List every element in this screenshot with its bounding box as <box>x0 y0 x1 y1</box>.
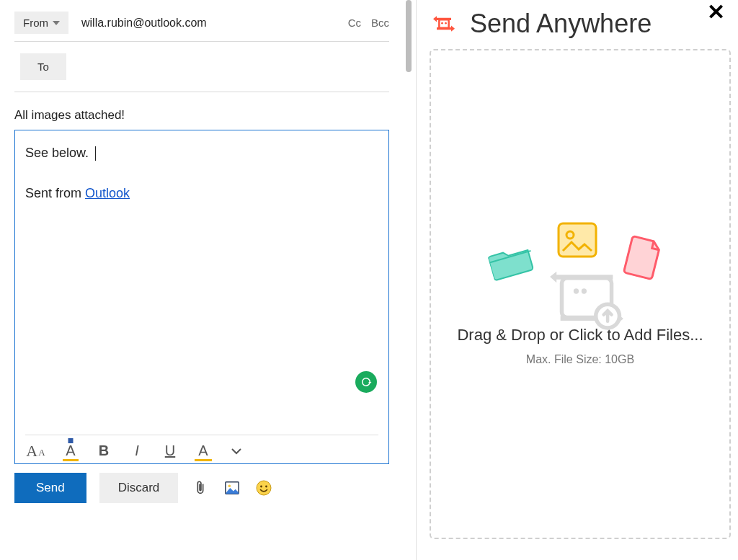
svg-point-1 <box>228 484 231 487</box>
cc-button[interactable]: Cc <box>348 17 361 29</box>
to-button[interactable]: To <box>20 53 66 80</box>
svg-point-3 <box>260 486 262 488</box>
drop-sublabel: Max. File Size: 10GB <box>526 353 634 366</box>
font-color-icon[interactable]: A <box>63 443 79 459</box>
svg-rect-5 <box>439 19 448 28</box>
cc-bcc-group: Cc Bcc <box>348 17 389 29</box>
drop-illustration <box>486 222 674 316</box>
close-icon[interactable]: ✕ <box>707 1 725 23</box>
message-body[interactable]: See below. Sent from Outlook <box>15 130 388 435</box>
underline-icon[interactable]: U <box>162 443 178 459</box>
pane-divider[interactable] <box>404 0 417 560</box>
grammarly-icon[interactable] <box>355 371 377 393</box>
svg-point-12 <box>582 288 587 293</box>
send-anywhere-logo-icon <box>430 9 458 38</box>
svg-point-6 <box>441 22 443 25</box>
from-email: willa.rubin@outlook.com <box>81 17 335 30</box>
font-size-icon[interactable]: AA <box>25 443 45 459</box>
bold-icon[interactable]: B <box>96 443 112 459</box>
send-anywhere-header: Send Anywhere <box>430 9 731 39</box>
document-icon <box>622 234 665 282</box>
bcc-button[interactable]: Bcc <box>371 17 389 29</box>
svg-point-4 <box>265 486 267 488</box>
to-row: To <box>14 42 389 92</box>
folder-icon <box>486 237 537 283</box>
attach-icon[interactable] <box>191 479 210 497</box>
signature-link[interactable]: Outlook <box>85 186 130 200</box>
action-row: Send Discard <box>14 473 389 503</box>
emoji-icon[interactable] <box>254 479 273 497</box>
subject-line[interactable]: All images attached! <box>14 92 389 130</box>
from-row: From willa.rubin@outlook.com Cc Bcc <box>14 6 389 42</box>
format-toolbar: AA A B I U A <box>25 435 378 463</box>
compose-pane: From willa.rubin@outlook.com Cc Bcc To A… <box>0 0 404 560</box>
svg-point-2 <box>257 481 271 495</box>
signature: Sent from Outlook <box>25 184 378 204</box>
send-anywhere-pane: ✕ Send Anywhere <box>417 0 738 560</box>
insert-image-icon[interactable] <box>223 479 241 497</box>
message-editor[interactable]: See below. Sent from Outlook AA A B I U … <box>14 130 389 464</box>
svg-point-11 <box>574 288 579 293</box>
more-formatting-icon[interactable] <box>228 445 244 457</box>
italic-icon[interactable]: I <box>129 443 145 459</box>
send-anywhere-title: Send Anywhere <box>470 9 652 39</box>
drop-zone[interactable]: Drag & Drop or Click to Add Files... Max… <box>430 49 731 539</box>
scroll-thumb[interactable] <box>406 0 412 72</box>
svg-rect-8 <box>559 223 596 257</box>
from-label: From <box>23 17 48 29</box>
from-selector[interactable]: From <box>14 12 68 34</box>
svg-point-7 <box>445 22 447 25</box>
body-text: See below. <box>25 146 89 160</box>
discard-button[interactable]: Discard <box>99 473 179 503</box>
send-button[interactable]: Send <box>14 473 86 503</box>
text-cursor <box>95 146 96 161</box>
device-upload-icon <box>547 262 626 334</box>
highlight-icon[interactable]: A <box>195 443 211 459</box>
picture-icon <box>557 222 597 258</box>
signature-prefix: Sent from <box>25 186 85 200</box>
chevron-down-icon <box>53 21 60 25</box>
